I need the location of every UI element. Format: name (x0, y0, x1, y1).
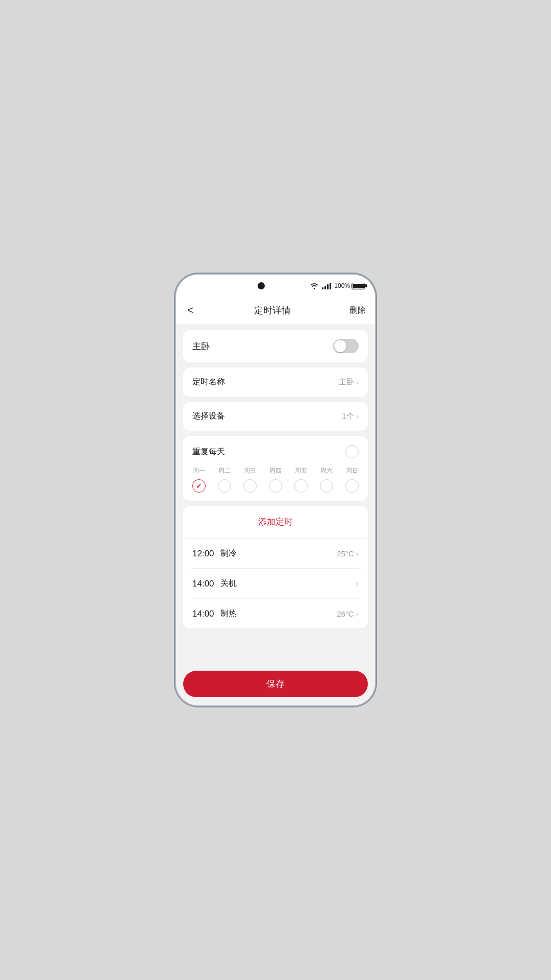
timer-item-2[interactable]: 14:00 关机 › (183, 569, 368, 598)
day-col-3: 周四 (269, 467, 282, 493)
timer-item-3-mode: 制热 (220, 608, 237, 619)
timer-item-2-right: › (356, 579, 359, 589)
timer-name-card: 定时名称 主卧 › (183, 368, 368, 397)
signal-icon (322, 282, 331, 289)
day-col-4: 周五 (294, 467, 308, 493)
timer-item-1-right: 25°C › (337, 549, 359, 558)
device-select-value: 1个 (342, 411, 354, 421)
timer-item-3-chevron: › (356, 609, 359, 619)
header: < 定时详情 删除 (176, 297, 375, 324)
wifi-icon (310, 282, 319, 289)
timer-name-value: 主卧 (339, 377, 354, 387)
day-label-0: 周一 (193, 467, 205, 475)
battery-text: 100% (334, 282, 350, 289)
timer-item-3-right: 26°C › (337, 609, 359, 619)
day-label-4: 周五 (295, 467, 307, 475)
repeat-card: 重复每天 周一周二周三周四周五周六周日 (183, 436, 368, 501)
toggle-knob (334, 340, 346, 352)
repeat-label: 重复每天 (192, 447, 225, 457)
day-label-5: 周六 (320, 467, 333, 475)
timer-item-1-time: 12:00 (192, 549, 214, 559)
days-row: 周一周二周三周四周五周六周日 (192, 467, 359, 493)
day-col-5: 周六 (320, 467, 333, 493)
status-bar: 100% (176, 275, 375, 297)
camera-dot (258, 282, 265, 289)
day-radio-2[interactable] (243, 479, 257, 493)
timer-name-value-container: 主卧 › (339, 377, 359, 387)
timer-item-3[interactable]: 14:00 制热 26°C › (183, 599, 368, 628)
timer-name-label: 定时名称 (192, 377, 225, 387)
timer-name-chevron: › (356, 378, 359, 387)
day-label-2: 周三 (244, 467, 256, 475)
add-timer-row[interactable]: 添加定时 (183, 506, 368, 538)
content: 主卧 定时名称 主卧 › 选择设备 1个 › (176, 324, 375, 665)
timer-item-1-chevron: › (356, 549, 359, 558)
toggle-card: 主卧 (183, 330, 368, 362)
save-section: 保存 (176, 665, 375, 705)
timer-item-1[interactable]: 12:00 制冷 25°C › (183, 538, 368, 568)
day-col-2: 周三 (243, 467, 257, 493)
status-right: 100% (310, 282, 365, 289)
timer-item-1-temp: 25°C (337, 549, 354, 558)
device-select-label: 选择设备 (192, 411, 225, 422)
device-select-row[interactable]: 选择设备 1个 › (183, 402, 368, 431)
battery-icon (352, 283, 365, 289)
delete-button[interactable]: 删除 (349, 305, 366, 316)
day-col-1: 周二 (218, 467, 231, 493)
day-col-6: 周日 (345, 467, 359, 493)
timer-item-3-left: 14:00 制热 (192, 608, 237, 619)
repeat-header: 重复每天 (192, 445, 359, 458)
timer-item-2-left: 14:00 关机 (192, 578, 237, 589)
save-button[interactable]: 保存 (183, 671, 368, 697)
day-radio-1[interactable] (218, 479, 231, 493)
day-radio-6[interactable] (345, 479, 359, 493)
timer-item-2-mode: 关机 (220, 578, 237, 589)
phone-frame: 100% < 定时详情 删除 主卧 定时名称 (176, 275, 375, 705)
day-radio-0[interactable] (192, 479, 206, 493)
day-label-3: 周四 (269, 467, 282, 475)
device-select-value-container: 1个 › (342, 411, 359, 421)
timer-item-2-chevron: › (356, 579, 359, 589)
device-select-chevron: › (356, 412, 359, 421)
timer-item-1-mode: 制冷 (220, 548, 237, 559)
timer-item-2-time: 14:00 (192, 579, 214, 589)
day-label-1: 周二 (218, 467, 231, 475)
device-select-card: 选择设备 1个 › (183, 402, 368, 431)
timer-item-1-left: 12:00 制冷 (192, 548, 237, 559)
page-title: 定时详情 (254, 304, 291, 316)
repeat-all-radio[interactable] (345, 445, 359, 458)
add-timer-card: 添加定时 12:00 制冷 25°C › 14:00 关机 (183, 506, 368, 628)
day-col-0: 周一 (192, 467, 206, 493)
toggle-label: 主卧 (192, 340, 210, 352)
toggle-row: 主卧 (183, 330, 368, 362)
day-radio-4[interactable] (294, 479, 308, 493)
battery-fill (353, 284, 364, 288)
back-button[interactable]: < (185, 302, 196, 319)
timer-item-3-temp: 26°C (337, 609, 354, 618)
day-radio-3[interactable] (269, 479, 282, 493)
battery-container: 100% (334, 282, 365, 289)
day-radio-5[interactable] (320, 479, 333, 493)
timer-item-3-time: 14:00 (192, 609, 214, 619)
add-timer-text[interactable]: 添加定时 (258, 517, 293, 527)
timer-name-row[interactable]: 定时名称 主卧 › (183, 368, 368, 397)
toggle-switch[interactable] (333, 339, 359, 353)
day-label-6: 周日 (346, 467, 358, 475)
repeat-section: 重复每天 周一周二周三周四周五周六周日 (183, 436, 368, 501)
